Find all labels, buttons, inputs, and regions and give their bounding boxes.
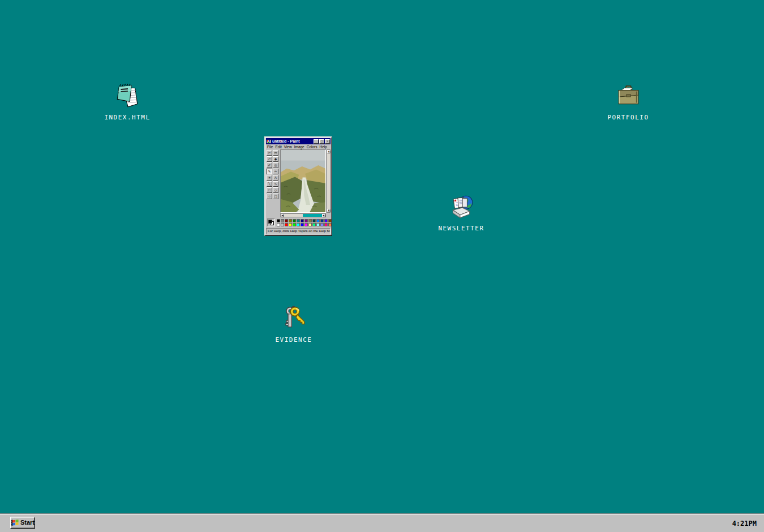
color-swatch[interactable] xyxy=(304,219,308,222)
color-swatch[interactable] xyxy=(301,219,304,222)
paint-menubar: File Edit View Image Colors Help xyxy=(266,144,331,149)
paint-window: untitled - Paint _ □ × File Edit View Im… xyxy=(264,136,332,236)
landscape-painting xyxy=(281,150,325,212)
color-swatch[interactable] xyxy=(324,219,328,222)
start-button-label: Start xyxy=(20,520,35,526)
taskbar-clock: 4:21PM xyxy=(732,514,757,532)
color-swatch[interactable] xyxy=(312,223,316,226)
desktop-icon-newsletter[interactable]: NEWSLETTER xyxy=(427,194,495,232)
paint-canvas-area: ▲ ▼ ◄ ► xyxy=(280,149,331,217)
scroll-down-arrow[interactable]: ▼ xyxy=(327,209,331,212)
menu-colors[interactable]: Colors xyxy=(307,145,317,149)
inbox-globe-icon xyxy=(448,194,474,220)
tool-curve[interactable]: ∿ xyxy=(273,181,278,187)
menu-help[interactable]: Help xyxy=(320,145,327,149)
briefcase-icon xyxy=(615,83,641,109)
menu-image[interactable]: Image xyxy=(294,145,304,149)
color-swatch[interactable] xyxy=(308,223,312,226)
desktop-icon-portfolio[interactable]: PORTFOLIO xyxy=(594,83,662,121)
desktop-icon-evidence[interactable]: EVIDENCE xyxy=(260,305,328,344)
tool-eraser[interactable]: ▱ xyxy=(267,156,272,162)
color-swatch[interactable] xyxy=(293,219,296,222)
desktop-icon-label: NEWSLETTER xyxy=(438,225,484,232)
tool-polygon[interactable]: ◇ xyxy=(273,187,278,193)
desktop-icon-label: EVIDENCE xyxy=(276,336,312,344)
keys-icon xyxy=(281,305,307,331)
color-swatch[interactable] xyxy=(324,223,328,226)
hscroll-thumb[interactable] xyxy=(303,214,322,217)
color-swatch[interactable] xyxy=(281,223,284,226)
color-swatch[interactable] xyxy=(301,223,304,226)
color-swatch[interactable] xyxy=(297,223,300,226)
paint-color-palette xyxy=(266,217,331,228)
tool-line[interactable]: ╲ xyxy=(267,181,272,187)
color-swatch[interactable] xyxy=(277,223,280,226)
desktop-icon-label: PORTFOLIO xyxy=(607,114,649,121)
tool-text[interactable]: A xyxy=(273,175,278,181)
tool-pick-color[interactable]: ✐ xyxy=(267,162,272,168)
scroll-up-arrow[interactable]: ▲ xyxy=(327,150,331,153)
close-button[interactable]: × xyxy=(325,139,330,144)
color-swatch[interactable] xyxy=(293,223,296,226)
start-button[interactable]: Start xyxy=(10,517,35,529)
color-swatch[interactable] xyxy=(308,219,312,222)
paint-titlebar[interactable]: untitled - Paint _ □ × xyxy=(266,138,331,144)
paint-window-title: untitled - Paint xyxy=(271,139,313,144)
paint-content: ✄▭▱◆✐◎✎✑✳A╲∿□◇○▢ xyxy=(266,149,331,217)
horizontal-scrollbar[interactable]: ◄ ► xyxy=(280,213,326,217)
color-swatch[interactable] xyxy=(328,223,332,226)
tool-rounded-rectangle[interactable]: ▢ xyxy=(273,194,278,199)
desktop-icon-label: INDEX.HTML xyxy=(104,114,150,121)
tool-airbrush[interactable]: ✳ xyxy=(267,175,272,181)
windows-logo-icon xyxy=(11,519,19,526)
color-swatch[interactable] xyxy=(328,219,332,222)
color-swatch[interactable] xyxy=(281,219,284,222)
color-swatch[interactable] xyxy=(285,219,288,222)
menu-view[interactable]: View xyxy=(284,145,292,149)
current-colors-indicator xyxy=(267,218,275,226)
tool-free-form-select[interactable]: ✄ xyxy=(267,150,272,156)
color-swatch[interactable] xyxy=(320,219,324,222)
minimize-button[interactable]: _ xyxy=(314,139,319,144)
color-swatch[interactable] xyxy=(312,219,316,222)
color-swatch[interactable] xyxy=(289,223,292,226)
vertical-scrollbar[interactable]: ▲ ▼ xyxy=(327,149,331,213)
taskbar: Start 4:21PM xyxy=(0,514,764,532)
color-swatch[interactable] xyxy=(316,223,320,226)
color-swatch[interactable] xyxy=(297,219,300,222)
color-swatch[interactable] xyxy=(304,223,308,226)
paint-app-icon xyxy=(267,139,271,144)
maximize-button[interactable]: □ xyxy=(319,139,324,144)
paint-statusbar: For Help, click Help Topics on the Help … xyxy=(266,228,331,234)
tool-magnifier[interactable]: ◎ xyxy=(273,162,278,168)
color-swatch[interactable] xyxy=(320,223,324,226)
menu-file[interactable]: File xyxy=(267,145,273,149)
tool-ellipse[interactable]: ○ xyxy=(267,194,272,199)
color-swatch[interactable] xyxy=(277,219,280,222)
paint-canvas[interactable] xyxy=(280,149,326,213)
tool-rectangle[interactable]: □ xyxy=(267,187,272,193)
tool-fill-with-color[interactable]: ◆ xyxy=(273,156,278,162)
tool-pencil[interactable]: ✎ xyxy=(267,169,272,174)
foreground-color-swatch xyxy=(268,220,272,224)
desktop-icon-index-html[interactable]: INDEX.HTML xyxy=(93,83,161,121)
paint-toolbox: ✄▭▱◆✐◎✎✑✳A╲∿□◇○▢ xyxy=(266,149,280,217)
color-swatch[interactable] xyxy=(285,223,288,226)
menu-edit[interactable]: Edit xyxy=(275,145,281,149)
scroll-right-arrow[interactable]: ► xyxy=(322,214,325,217)
tool-brush[interactable]: ✑ xyxy=(273,169,278,174)
tool-select[interactable]: ▭ xyxy=(273,150,278,156)
color-swatch[interactable] xyxy=(289,219,292,222)
hscroll-track[interactable] xyxy=(284,214,303,217)
notepad-icon xyxy=(114,83,140,109)
color-swatch[interactable] xyxy=(316,219,320,222)
